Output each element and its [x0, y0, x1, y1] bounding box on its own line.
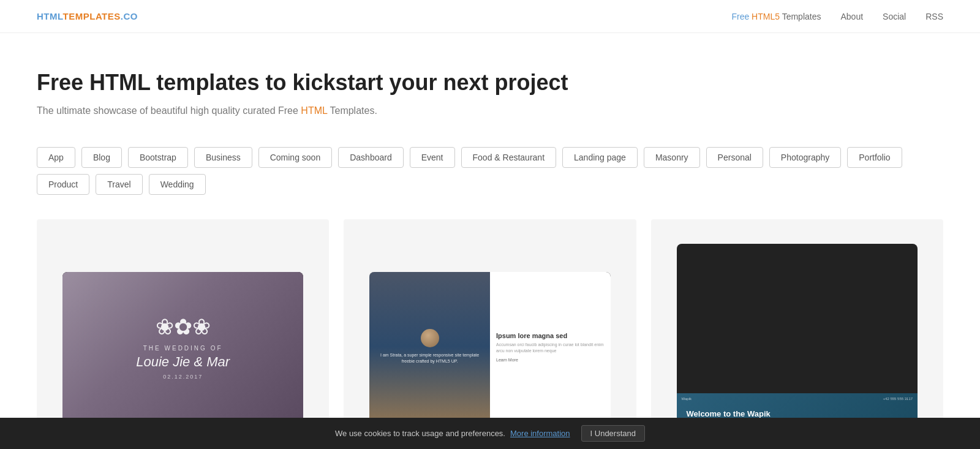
tag-blog[interactable]: Blog [81, 147, 122, 168]
strata-body-text: Accumsan orci faucib adipiscing in curae… [496, 342, 605, 354]
wedding-floral-icon: ❀✿❀ [156, 314, 211, 340]
card-wedding[interactable]: ❀✿❀ THE WEDDING OF Louie Jie & Mar 02.12… [37, 219, 329, 449]
header: HTMLTEMPLATES.CO Free HTML5 Templates Ab… [0, 0, 980, 33]
nav-rss[interactable]: RSS [925, 12, 943, 21]
laptop-screen-personal: I am Strata, a super simple responsive s… [369, 272, 611, 421]
tag-app[interactable]: App [37, 147, 75, 168]
wapik-header-bar: Wapik +42 555 555 3117 [682, 397, 913, 401]
logo-co: .CO [121, 11, 138, 21]
tag-personal[interactable]: Personal [706, 147, 763, 168]
hero-title: Free HTML templates to kickstart your ne… [37, 70, 943, 96]
tag-masonry[interactable]: Masonry [644, 147, 700, 168]
card-wedding-inner: ❀✿❀ THE WEDDING OF Louie Jie & Mar 02.12… [37, 219, 329, 449]
wapik-nav-label: Wapik [682, 397, 692, 401]
strata-intro-text: I am Strata, a super simple responsive s… [375, 352, 484, 364]
wedding-names: Louie Jie & Mar [136, 354, 230, 370]
wedding-the-text: THE WEDDING OF [143, 345, 223, 352]
card-personal[interactable]: I am Strata, a super simple responsive s… [344, 219, 636, 449]
nav-free-templates[interactable]: Free HTML5 Templates [731, 12, 821, 21]
wedding-content: ❀✿❀ THE WEDDING OF Louie Jie & Mar 02.12… [62, 272, 304, 421]
tag-business[interactable]: Business [194, 147, 252, 168]
card-wapik[interactable]: Wapik +42 555 555 3117 Welcome to the Wa… [651, 219, 943, 449]
nav-social[interactable]: Social [883, 12, 906, 21]
card-wapik-inner: Wapik +42 555 555 3117 Welcome to the Wa… [651, 219, 943, 449]
tag-event[interactable]: Event [410, 147, 455, 168]
main-nav: Free HTML5 Templates About Social RSS [731, 12, 943, 21]
hero-subtitle: The ultimate showcase of beautiful high … [37, 105, 943, 116]
wedding-date: 02.12.2017 [163, 374, 203, 380]
strata-left-panel: I am Strata, a super simple responsive s… [369, 272, 490, 421]
nav-about[interactable]: About [840, 12, 863, 21]
tag-bootstrap[interactable]: Bootstrap [128, 147, 188, 168]
tag-landing-page[interactable]: Landing page [562, 147, 638, 168]
laptop-personal: I am Strata, a super simple responsive s… [369, 272, 611, 421]
logo-html: HTML [37, 11, 63, 21]
cookie-understand-button[interactable]: I Understand [581, 425, 645, 442]
hero-section: Free HTML templates to kickstart your ne… [0, 33, 980, 135]
tag-photography[interactable]: Photography [769, 147, 841, 168]
strata-title: Ipsum lore magna sed [496, 332, 605, 339]
tag-wedding[interactable]: Wedding [149, 174, 206, 195]
logo-templates: TEMPLATES [63, 11, 121, 21]
tag-coming-soon[interactable]: Coming soon [258, 147, 333, 168]
laptop-screen-wedding: ❀✿❀ THE WEDDING OF Louie Jie & Mar 02.12… [62, 272, 304, 421]
cookie-banner: We use cookies to track usage and prefer… [0, 418, 980, 449]
personal-content: I am Strata, a super simple responsive s… [369, 272, 611, 421]
cookie-message: We use cookies to track usage and prefer… [335, 429, 505, 438]
tag-portfolio[interactable]: Portfolio [847, 147, 902, 168]
strata-avatar [421, 329, 439, 347]
template-cards: ❀✿❀ THE WEDDING OF Louie Jie & Mar 02.12… [0, 213, 980, 449]
tag-dashboard[interactable]: Dashboard [338, 147, 404, 168]
strata-learn-more[interactable]: Learn More [496, 358, 605, 362]
tag-food-restaurant[interactable]: Food & Restaurant [461, 147, 557, 168]
strata-right-panel: Ipsum lore magna sed Accumsan orci fauci… [490, 272, 611, 421]
wapik-title: Welcome to the Wapik [687, 409, 771, 418]
laptop-wedding: ❀✿❀ THE WEDDING OF Louie Jie & Mar 02.12… [62, 272, 304, 421]
card-personal-inner: I am Strata, a super simple responsive s… [344, 219, 636, 449]
tag-travel[interactable]: Travel [96, 174, 142, 195]
cookie-more-info[interactable]: More information [510, 429, 570, 438]
logo: HTMLTEMPLATES.CO [37, 11, 138, 22]
tag-product[interactable]: Product [37, 174, 89, 195]
wapik-contact: +42 555 555 3117 [883, 397, 913, 401]
tags-container: App Blog Bootstrap Business Coming soon … [0, 135, 980, 213]
